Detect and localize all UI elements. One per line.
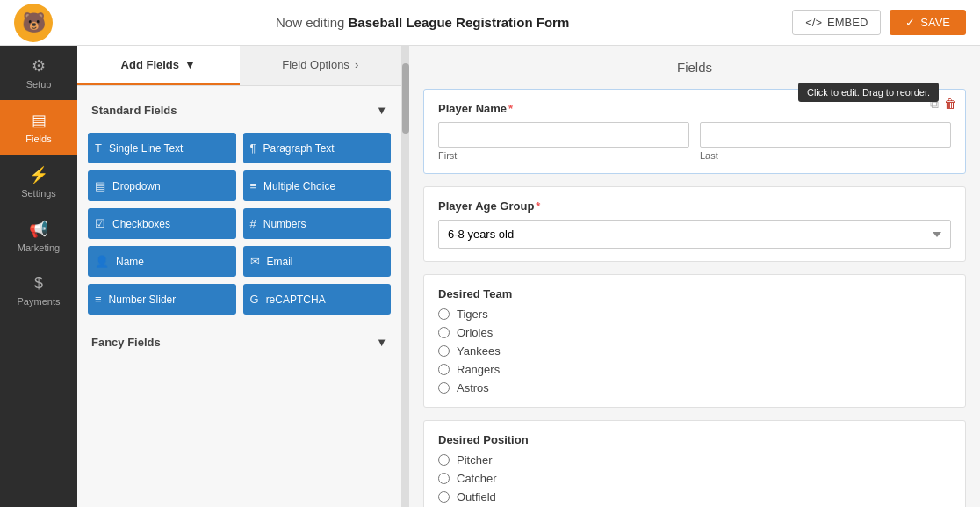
tooltip-hint: Click to edit. Drag to reorder. [798, 83, 939, 102]
sidebar-item-settings[interactable]: ⚡ Settings [0, 155, 77, 209]
scrollbar-track[interactable] [402, 46, 409, 507]
radio-astros[interactable]: Astros [438, 381, 951, 395]
expand-icon: ▼ [376, 336, 387, 349]
player-name-label: Player Name* [438, 102, 951, 115]
collapse-icon: ▼ [376, 104, 387, 117]
sidebar-label-setup: Setup [26, 79, 52, 90]
scrollbar-thumb[interactable] [402, 63, 409, 134]
embed-button[interactable]: </> EMBED [792, 10, 881, 35]
embed-icon: </> [805, 16, 822, 29]
desired-position-options: Pitcher Catcher Outfield Infield [438, 453, 951, 507]
email-icon: ✉ [250, 255, 260, 268]
fancy-fields-header: Fancy Fields ▼ [88, 329, 391, 356]
desired-team-options: Tigers Orioles Yankees Rangers Astros [438, 308, 951, 395]
field-btn-number-slider[interactable]: ≡ Number Slider [88, 284, 236, 315]
marketing-icon: 📢 [29, 220, 48, 239]
fields-icon: ▤ [32, 111, 47, 130]
checkmark-icon: ✓ [905, 16, 915, 29]
last-name-group: Last [700, 122, 951, 161]
form-card-player-name[interactable]: ⧉ 🗑 Click to edit. Drag to reorder. Play… [423, 89, 966, 174]
sidebar-label-settings: Settings [21, 188, 56, 199]
sidebar-label-payments: Payments [18, 296, 61, 307]
page-title: Now editing Baseball League Registration… [276, 15, 569, 30]
last-name-input[interactable] [700, 122, 951, 148]
person-icon: 👤 [95, 255, 109, 268]
radio-orioles[interactable]: Orioles [438, 326, 951, 339]
main-layout: ⚙ Setup ▤ Fields ⚡ Settings 📢 Marketing … [0, 46, 980, 507]
chevron-down-icon: ▼ [184, 58, 196, 71]
list-icon: ≡ [250, 179, 257, 192]
form-card-desired-team: Desired Team Tigers Orioles Yankees Rang… [423, 274, 966, 408]
slider-icon: ≡ [95, 293, 102, 306]
delete-icon[interactable]: 🗑 [944, 97, 956, 112]
radio-outfield[interactable]: Outfield [438, 490, 951, 503]
first-name-input[interactable] [438, 122, 689, 148]
radio-catcher[interactable]: Catcher [438, 472, 951, 485]
tab-add-fields[interactable]: Add Fields ▼ [77, 46, 240, 85]
age-group-select[interactable]: 6-8 years old 9-11 years old 12-14 years… [438, 220, 951, 249]
fields-panel-body: Standard Fields ▼ T Single Line Text ¶ P… [77, 86, 401, 507]
gear-icon: ⚙ [32, 56, 46, 76]
tab-field-options[interactable]: Field Options › [240, 46, 402, 85]
checkbox-icon: ☑ [95, 217, 105, 230]
recaptcha-icon: G [250, 293, 259, 306]
field-buttons-grid: T Single Line Text ¶ Paragraph Text ▤ Dr… [88, 133, 391, 315]
text-icon: T [95, 141, 102, 155]
field-btn-dropdown[interactable]: ▤ Dropdown [88, 170, 236, 201]
top-bar-actions: </> EMBED ✓ SAVE [792, 10, 966, 35]
sidebar-label-fields: Fields [25, 134, 51, 144]
top-bar: 🐻 Now editing Baseball League Registrati… [0, 0, 980, 46]
first-label: First [438, 150, 689, 161]
standard-fields-header: Standard Fields ▼ [88, 97, 391, 124]
logo-area: 🐻 [14, 4, 53, 42]
form-card-player-age-group: Player Age Group* 6-8 years old 9-11 yea… [423, 186, 966, 262]
sidebar-item-payments[interactable]: $ Payments [0, 264, 77, 317]
desired-team-label: Desired Team [438, 287, 951, 301]
settings-icon: ⚡ [29, 165, 48, 185]
paragraph-icon: ¶ [250, 141, 256, 155]
sidebar-item-marketing[interactable]: 📢 Marketing [0, 209, 77, 264]
radio-pitcher[interactable]: Pitcher [438, 453, 951, 467]
payments-icon: $ [34, 274, 43, 293]
age-group-label: Player Age Group* [438, 199, 951, 213]
form-card-desired-position: Desired Position Pitcher Catcher Outfiel… [423, 420, 966, 507]
field-btn-recaptcha[interactable]: G reCAPTCHA [243, 284, 392, 315]
field-btn-checkboxes[interactable]: ☑ Checkboxes [88, 208, 236, 239]
radio-tigers[interactable]: Tigers [438, 308, 951, 321]
hash-icon: # [250, 217, 256, 230]
sidebar-label-marketing: Marketing [18, 243, 60, 253]
dropdown-icon: ▤ [95, 179, 105, 192]
fields-panel: Add Fields ▼ Field Options › Standard Fi… [77, 46, 402, 507]
name-inputs: First Last [438, 122, 951, 161]
field-btn-name[interactable]: 👤 Name [88, 246, 236, 277]
sidebar-item-fields[interactable]: ▤ Fields [0, 100, 77, 155]
desired-position-label: Desired Position [438, 433, 951, 446]
radio-rangers[interactable]: Rangers [438, 363, 951, 376]
chevron-right-icon: › [355, 58, 358, 71]
field-btn-email[interactable]: ✉ Email [243, 246, 392, 277]
field-btn-paragraph-text[interactable]: ¶ Paragraph Text [243, 133, 392, 163]
save-button[interactable]: ✓ SAVE [890, 10, 966, 35]
field-btn-numbers[interactable]: # Numbers [243, 208, 392, 239]
field-btn-multiple-choice[interactable]: ≡ Multiple Choice [243, 170, 392, 201]
last-label: Last [700, 150, 951, 161]
form-area-header: Fields [423, 60, 966, 75]
logo-icon: 🐻 [14, 4, 53, 42]
radio-yankees[interactable]: Yankees [438, 344, 951, 358]
form-area: Fields ⧉ 🗑 Click to edit. Drag to reorde… [409, 46, 980, 507]
sidebar: ⚙ Setup ▤ Fields ⚡ Settings 📢 Marketing … [0, 46, 77, 507]
first-name-group: First [438, 122, 689, 161]
fields-panel-tabs: Add Fields ▼ Field Options › [77, 46, 401, 86]
field-btn-single-line-text[interactable]: T Single Line Text [88, 133, 236, 163]
sidebar-item-setup[interactable]: ⚙ Setup [0, 46, 77, 100]
